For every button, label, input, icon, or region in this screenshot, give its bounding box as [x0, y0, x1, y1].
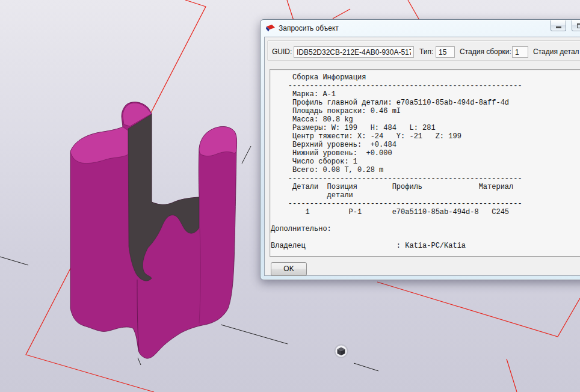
maximize-icon — [577, 23, 580, 28]
dialog-title: Запросить объект — [279, 24, 339, 32]
minimize-button[interactable] — [551, 20, 566, 31]
maximize-button[interactable] — [572, 20, 580, 31]
part-phase-label: Стадия детал — [533, 47, 579, 57]
origin-cube-icon — [335, 345, 348, 358]
dialog-client-area: GUID: Тип: Стадия сборки: Стадия детал С… — [264, 37, 580, 276]
inquire-object-dialog: Запросить объект GUID: Тип: Стадия сборк… — [260, 19, 580, 280]
inquiry-info-panel[interactable]: Сборка Информация ----------------------… — [270, 69, 580, 257]
assembly-phase-label: Стадия сборки: — [460, 47, 511, 57]
guid-input[interactable] — [294, 46, 414, 58]
guid-label: GUID: — [272, 47, 292, 57]
part-top-face-right — [199, 127, 237, 156]
tekla-flag-icon[interactable] — [266, 24, 276, 32]
3d-viewport[interactable]: Запросить объект GUID: Тип: Стадия сборк… — [0, 0, 580, 392]
ok-button[interactable]: OK — [271, 262, 307, 276]
dialog-titlebar[interactable]: Запросить объект — [261, 20, 580, 37]
type-input[interactable] — [436, 46, 455, 58]
minimize-icon — [556, 26, 561, 28]
model-part — [70, 102, 237, 359]
type-label: Тип: — [419, 47, 433, 57]
assembly-phase-input[interactable] — [512, 46, 528, 58]
info-text: Сборка Информация ----------------------… — [271, 73, 580, 250]
